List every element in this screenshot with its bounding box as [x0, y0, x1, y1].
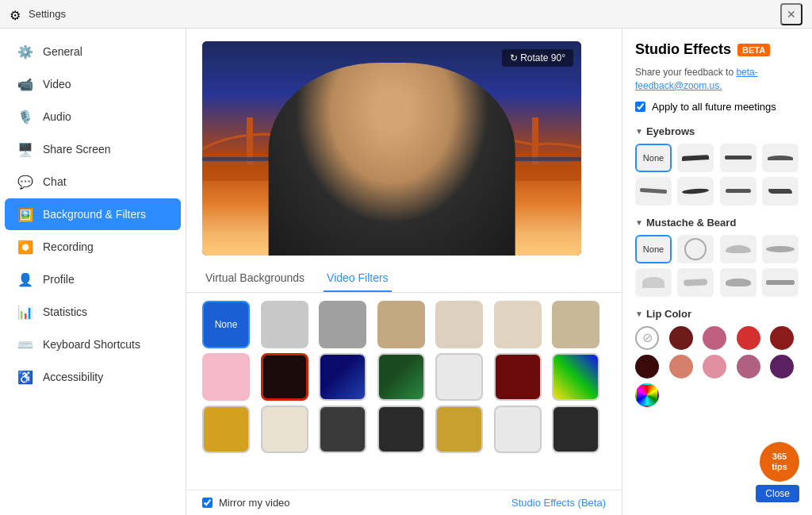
filter-f2[interactable] [319, 301, 366, 348]
sidebar-label-statistics: Statistics [43, 306, 87, 318]
tab-virtual-backgrounds[interactable]: Virtual Backgrounds [202, 265, 308, 292]
eyebrows-section-header[interactable]: ▼ Eyebrows [635, 125, 799, 137]
video-icon: 📹 [17, 76, 33, 92]
mustache-label: Mustache & Beard [646, 217, 736, 229]
apply-row: Apply to all future meetings [635, 101, 799, 113]
mirror-checkbox[interactable] [202, 498, 213, 508]
eyebrow-4[interactable] [635, 177, 672, 206]
sidebar-label-video: Video [43, 78, 71, 90]
filter-f12[interactable] [494, 353, 542, 401]
sidebar-label-chat: Chat [43, 175, 67, 188]
mustache-none[interactable]: None [635, 235, 672, 263]
profile-icon: 👤 [17, 271, 33, 287]
help-bubble[interactable]: 365tips [760, 442, 799, 482]
sidebar-label-share-screen: Share Screen [43, 143, 111, 156]
filter-f15[interactable] [261, 405, 308, 453]
filter-f3[interactable] [377, 301, 425, 348]
video-background [202, 41, 581, 256]
sidebar-item-profile[interactable]: 👤Profile [5, 263, 181, 295]
keyboard-shortcuts-icon: ⌨️ [17, 336, 33, 352]
audio-icon: 🎙️ [17, 109, 33, 125]
mustache-3[interactable] [762, 235, 799, 263]
filter-f11[interactable] [435, 353, 483, 401]
mirror-check-label[interactable]: Mirror my video [202, 497, 290, 509]
filter-f8[interactable] [261, 353, 308, 401]
mustache-7[interactable] [762, 268, 799, 297]
filter-f19[interactable] [494, 405, 542, 453]
lip-color-6[interactable] [669, 355, 693, 379]
mustache-section-header[interactable]: ▼ Mustache & Beard [635, 217, 799, 229]
sidebar-item-recording[interactable]: ⏺️Recording [5, 231, 181, 263]
settings-icon: ⚙ [10, 8, 22, 21]
sidebar-item-keyboard-shortcuts[interactable]: ⌨️Keyboard Shortcuts [5, 329, 181, 360]
filter-f4[interactable] [435, 301, 483, 348]
sidebar-item-general[interactable]: ⚙️General [5, 36, 181, 67]
filter-f14[interactable] [202, 405, 250, 453]
lip-color-none[interactable]: ⊘ [635, 326, 659, 350]
lip-color-5[interactable] [635, 355, 659, 379]
mustache-grid: None [635, 235, 799, 297]
lip-color-1[interactable] [669, 326, 693, 350]
filter-f9[interactable] [319, 353, 366, 401]
lip-color-chevron: ▼ [635, 309, 643, 318]
apply-checkbox[interactable] [635, 102, 645, 112]
lip-color-section-header[interactable]: ▼ Lip Color [635, 308, 799, 320]
sidebar-item-background-filters[interactable]: 🖼️Background & Filters [5, 198, 181, 230]
mustache-4[interactable] [635, 268, 672, 297]
studio-effects-title: Studio Effects [635, 41, 731, 58]
accessibility-icon: ♿ [17, 369, 33, 385]
close-button[interactable]: ✕ [780, 3, 802, 25]
filter-f17[interactable] [377, 405, 425, 453]
beta-badge: BETA [737, 44, 770, 56]
eyebrow-1[interactable] [677, 144, 714, 172]
filter-f10[interactable] [377, 353, 425, 401]
sidebar-item-chat[interactable]: 💬Chat [5, 166, 181, 198]
filters-grid: None [202, 301, 606, 453]
lip-color-2[interactable] [703, 326, 726, 350]
sidebar-item-accessibility[interactable]: ♿Accessibility [5, 361, 181, 393]
title-bar: ⚙ Settings ✕ [0, 0, 812, 29]
filter-f16[interactable] [319, 405, 366, 453]
filter-none[interactable]: None [202, 301, 250, 348]
eyebrow-6[interactable] [720, 177, 756, 206]
filter-f20[interactable] [552, 405, 599, 453]
tab-video-filters[interactable]: Video Filters [324, 265, 392, 292]
filter-f1[interactable] [261, 301, 308, 348]
mustache-1[interactable] [677, 235, 714, 263]
tabs-area: Virtual BackgroundsVideo Filters [186, 262, 622, 293]
mustache-2[interactable] [720, 235, 756, 263]
filter-f7[interactable] [202, 353, 250, 401]
sidebar-label-general: General [43, 45, 82, 58]
studio-effects-link[interactable]: Studio Effects (Beta) [511, 497, 606, 509]
lip-color-4[interactable] [770, 326, 794, 350]
close-bottom-button[interactable]: Close [756, 485, 799, 502]
lip-color-8[interactable] [737, 355, 760, 379]
eyebrow-5[interactable] [677, 177, 714, 206]
mustache-5[interactable] [677, 268, 714, 297]
filter-f5[interactable] [494, 301, 542, 348]
sidebar-item-share-screen[interactable]: 🖥️Share Screen [5, 133, 181, 165]
sidebar-item-video[interactable]: 📹Video [5, 68, 181, 100]
sidebar-label-background-filters: Background & Filters [43, 208, 146, 221]
mustache-chevron: ▼ [635, 218, 643, 227]
filter-f6[interactable] [552, 301, 599, 348]
eyebrows-grid: None [635, 144, 799, 206]
sidebar-item-audio[interactable]: 🎙️Audio [5, 101, 181, 133]
eyebrow-7[interactable] [762, 177, 799, 206]
lip-color-7[interactable] [703, 355, 726, 379]
lip-color-rainbow[interactable] [635, 383, 659, 407]
chat-icon: 💬 [17, 174, 33, 190]
filters-grid-area: None [186, 293, 622, 490]
eyebrow-3[interactable] [762, 144, 799, 172]
filter-f18[interactable] [435, 405, 483, 453]
filter-f13[interactable] [552, 353, 599, 401]
eyebrow-2[interactable] [720, 144, 756, 172]
lip-color-9[interactable] [770, 355, 794, 379]
mustache-6[interactable] [720, 268, 756, 297]
lip-color-3[interactable] [737, 326, 760, 350]
rotate-button[interactable]: ↻ Rotate 90° [502, 49, 573, 67]
sidebar-item-statistics[interactable]: 📊Statistics [5, 296, 181, 328]
general-icon: ⚙️ [17, 44, 33, 60]
share-screen-icon: 🖥️ [17, 141, 33, 157]
eyebrow-none[interactable]: None [635, 144, 672, 172]
